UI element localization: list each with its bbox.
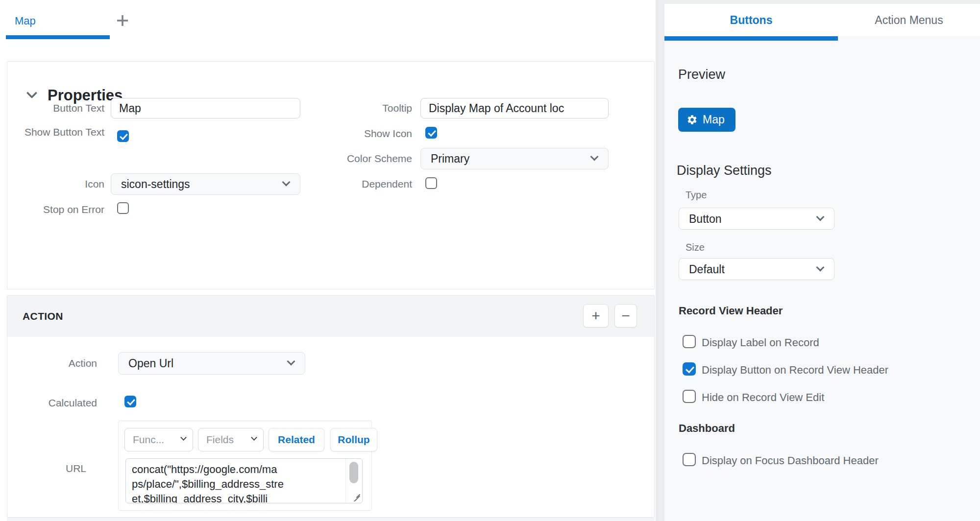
next-section-edge — [7, 518, 655, 521]
dependent-checkbox[interactable] — [425, 177, 437, 189]
action-section-header: ACTION + − — [7, 296, 654, 337]
dependent-label: Dependent — [252, 178, 412, 190]
type-select[interactable]: Button — [679, 208, 834, 230]
calculated-label: Calculated — [7, 397, 97, 409]
show-button-text-label: Show Button Text — [21, 126, 104, 139]
left-area: Map Properties Button Text Map Tooltip D… — [0, 0, 656, 521]
action-card: ACTION + − Action Open Url Calculated UR… — [7, 295, 655, 518]
right-panel-tabs: Buttons Action Menus — [664, 4, 980, 36]
url-formula-group: Func... Fields Related Rollup concat("ht… — [118, 421, 372, 511]
show-icon-label: Show Icon — [252, 128, 412, 140]
url-formula-textarea[interactable]: concat("https://google.com/ma ps/place/"… — [125, 458, 363, 503]
color-scheme-label: Color Scheme — [252, 153, 412, 165]
display-settings-title: Display Settings — [677, 163, 772, 178]
display-label-on-record-label: Display Label on Record — [702, 336, 819, 349]
icon-value: sicon-settings — [121, 178, 190, 191]
button-text-value: Map — [119, 102, 141, 115]
action-select[interactable]: Open Url — [118, 352, 305, 375]
chevron-down-icon — [180, 434, 187, 441]
properties-card: Properties Button Text Map Tooltip Displ… — [7, 61, 655, 289]
formula-line: concat("https://google.com/ma — [132, 462, 343, 477]
stop-on-error-label: Stop on Error — [7, 204, 104, 215]
tab-buttons-underline — [664, 36, 838, 41]
add-action-button[interactable]: + — [583, 304, 609, 328]
color-scheme-select[interactable]: Primary — [420, 148, 609, 169]
type-value: Button — [689, 212, 722, 225]
gear-icon — [686, 114, 698, 125]
functions-select-value: Func... — [133, 434, 164, 446]
tab-action-menus[interactable]: Action Menus — [838, 4, 980, 36]
chevron-down-icon — [251, 434, 257, 441]
rollup-button[interactable]: Rollup — [330, 428, 377, 451]
show-icon-checkbox[interactable] — [425, 127, 437, 139]
action-label: Action — [7, 357, 97, 369]
tab-map[interactable]: Map — [6, 13, 110, 39]
chevron-down-icon — [816, 263, 825, 271]
size-select[interactable]: Default — [679, 258, 834, 280]
tab-active-underline — [6, 35, 110, 39]
right-panel: Buttons Action Menus Preview Map Display… — [664, 0, 980, 521]
record-view-header-title: Record View Header — [679, 305, 783, 317]
size-label: Size — [686, 242, 705, 253]
button-config-screen: Map Properties Button Text Map Tooltip D… — [0, 0, 980, 521]
display-on-focus-dashboard-header-checkbox[interactable] — [683, 453, 696, 466]
icon-label: Icon — [7, 178, 104, 190]
dashboard-title: Dashboard — [679, 422, 735, 435]
show-button-text-checkbox[interactable] — [117, 130, 129, 142]
tooltip-value: Display Map of Account loc — [429, 102, 564, 115]
chevron-down-icon — [816, 213, 825, 221]
panel-top-strip — [664, 0, 980, 4]
chevron-down-icon — [287, 357, 295, 366]
button-text-label: Button Text — [7, 102, 104, 114]
display-button-on-record-view-header-checkbox[interactable] — [683, 362, 696, 376]
scrollbar-thumb[interactable] — [349, 462, 358, 483]
tooltip-input[interactable]: Display Map of Account loc — [420, 98, 609, 118]
add-tab-button[interactable] — [114, 13, 131, 29]
formula-line: et,$billing_address_city,$billi — [132, 492, 343, 503]
tab-map-label: Map — [15, 15, 36, 27]
resize-handle-icon[interactable] — [353, 494, 361, 501]
plus-icon — [115, 13, 130, 28]
preview-title: Preview — [678, 67, 725, 82]
type-label: Type — [686, 189, 707, 201]
fields-select[interactable]: Fields — [198, 428, 264, 451]
action-value: Open Url — [128, 357, 173, 370]
preview-map-button[interactable]: Map — [678, 108, 735, 132]
tooltip-label: Tooltip — [252, 102, 412, 114]
chevron-down-icon[interactable] — [26, 88, 38, 99]
remove-action-button[interactable]: − — [614, 304, 637, 328]
action-section-title: ACTION — [23, 296, 63, 337]
preview-button-label: Map — [703, 113, 725, 126]
formula-line: ps/place/",$billing_address_stre — [132, 477, 343, 492]
hide-on-record-view-edit-checkbox[interactable] — [683, 390, 696, 403]
chevron-down-icon — [590, 153, 599, 161]
hide-on-record-view-edit-label: Hide on Record View Edit — [702, 391, 824, 404]
fields-select-value: Fields — [206, 434, 234, 446]
panel-divider — [656, 0, 664, 521]
display-on-focus-dashboard-header-label: Display on Focus Dashboard Header — [702, 454, 879, 467]
display-button-on-record-view-header-label: Display Button on Record View Header — [702, 364, 888, 377]
url-label: URL — [7, 463, 86, 474]
calculated-checkbox[interactable] — [124, 396, 136, 407]
display-label-on-record-checkbox[interactable] — [683, 335, 696, 348]
tab-buttons[interactable]: Buttons — [664, 4, 838, 36]
color-scheme-value: Primary — [431, 152, 469, 166]
functions-select[interactable]: Func... — [124, 428, 193, 451]
size-value: Default — [689, 262, 725, 276]
stop-on-error-checkbox[interactable] — [117, 202, 129, 214]
related-button[interactable]: Related — [269, 428, 324, 451]
